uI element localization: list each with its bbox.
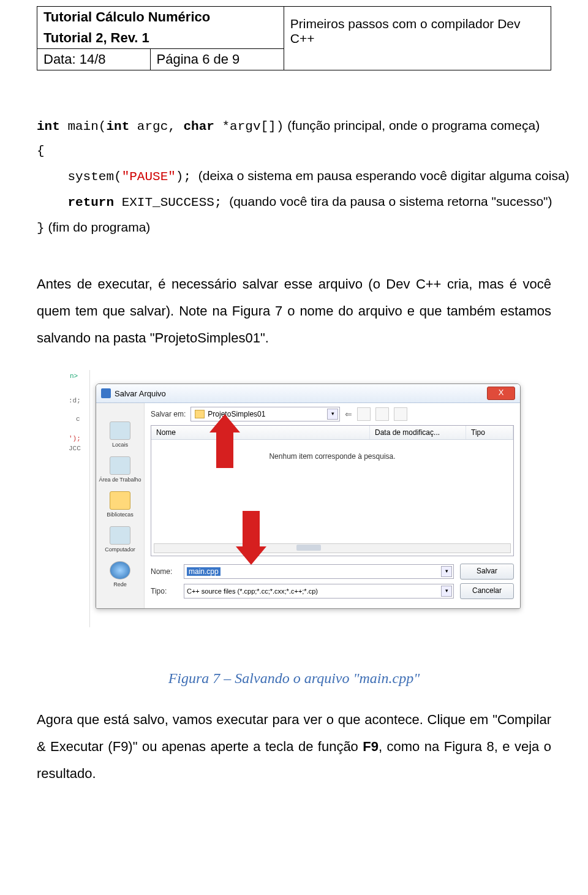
- view-menu-icon[interactable]: [394, 407, 407, 421]
- code-block: int main(int argc, char *argv[]) (função…: [37, 113, 551, 240]
- col-data[interactable]: Data de modificaç...: [370, 426, 466, 439]
- header-title-2: Tutorial 2, Rev. 1: [43, 30, 149, 45]
- salvar-em-label: Salvar em:: [151, 410, 186, 418]
- chevron-down-icon[interactable]: ▾: [441, 586, 452, 597]
- filetype-value: C++ source files (*.cpp;*.cc;*.cxx;*.c++…: [187, 587, 318, 595]
- file-list-empty-text: Nenhum item corresponde à pesquisa.: [151, 452, 513, 461]
- folder-icon: [195, 410, 205, 418]
- save-dialog: Salvar Arquivo X Locais Área de Trabalho…: [96, 383, 521, 609]
- header-subtitle: Primeiros passos com o compilador Dev C+…: [290, 17, 521, 45]
- cancelar-button[interactable]: Cancelar: [460, 583, 514, 599]
- new-folder-icon[interactable]: [375, 407, 389, 421]
- header-title-1: Tutorial Cálculo Numérico: [43, 9, 210, 25]
- place-item-rede[interactable]: Rede: [110, 561, 130, 587]
- filename-value: main.cpp: [187, 567, 221, 576]
- header-table: Tutorial Cálculo Numérico Primeiros pass…: [37, 6, 551, 70]
- col-tipo[interactable]: Tipo: [466, 426, 513, 439]
- file-list-header: Nome Data de modificaç... Tipo: [151, 426, 513, 440]
- header-page: Página 6 de 9: [157, 51, 240, 67]
- chevron-down-icon[interactable]: ▾: [327, 409, 338, 420]
- close-icon[interactable]: X: [487, 387, 515, 400]
- dialog-titlebar: Salvar Arquivo X: [96, 384, 520, 403]
- dialog-app-icon: [101, 388, 111, 398]
- chevron-down-icon[interactable]: ▾: [441, 566, 452, 577]
- annotation-arrow-up: [209, 414, 240, 468]
- back-icon[interactable]: ⇐: [345, 409, 352, 419]
- paragraph-2: Agora que está salvo, vamos executar par…: [37, 706, 551, 787]
- horizontal-scrollbar[interactable]: [154, 543, 511, 553]
- header-date: Data: 14/8: [43, 51, 106, 67]
- col-nome[interactable]: Nome: [151, 426, 370, 439]
- up-folder-icon[interactable]: [357, 407, 371, 421]
- places-bar: Locais Área de Trabalho Bibliotecas Comp…: [96, 403, 145, 609]
- place-item-computador[interactable]: Computador: [105, 526, 135, 553]
- dialog-title-text: Salvar Arquivo: [115, 389, 166, 398]
- tipo-label: Tipo:: [151, 587, 178, 595]
- editor-edge: n> :d; c '); JCC: [67, 370, 90, 627]
- figure-caption: Figura 7 – Salvando o arquivo "main.cpp": [37, 670, 551, 687]
- annotation-arrow-down: [236, 511, 266, 565]
- place-item-bibliotecas[interactable]: Bibliotecas: [107, 491, 134, 518]
- nome-label: Nome:: [151, 567, 178, 576]
- filename-field[interactable]: main.cpp ▾: [184, 564, 454, 579]
- file-list-area[interactable]: Nome Data de modificaç... Tipo Nenhum it…: [151, 425, 514, 556]
- screenshot-figure: n> :d; c '); JCC Salvar Arquivo X Locais…: [67, 370, 521, 627]
- place-item-area-trabalho[interactable]: Área de Trabalho: [99, 456, 141, 483]
- salvar-button[interactable]: Salvar: [460, 564, 514, 580]
- paragraph-1: Antes de executar, é necessário salvar e…: [37, 271, 551, 352]
- place-item-locais[interactable]: Locais: [110, 421, 130, 448]
- filetype-combo[interactable]: C++ source files (*.cpp;*.cc;*.cxx;*.c++…: [184, 584, 454, 599]
